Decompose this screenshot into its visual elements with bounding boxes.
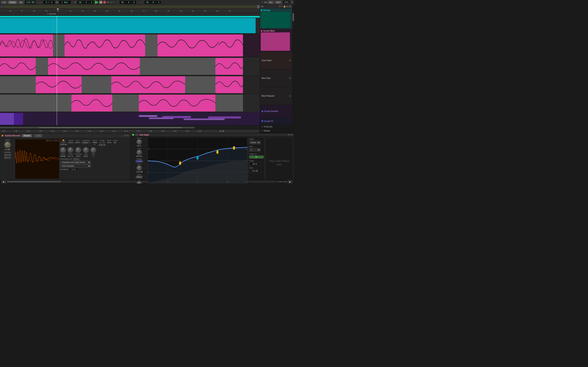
strings-clip[interactable] (0, 18, 256, 33)
nice-gap-1[interactable] (0, 76, 36, 93)
nice-clip-2[interactable] (111, 76, 185, 93)
key-button[interactable]: Key (268, 1, 274, 4)
session-track-reverb[interactable]: A Reverb (260, 125, 292, 129)
good-clip-3[interactable] (215, 58, 243, 75)
tap-button[interactable]: Tap (18, 1, 24, 4)
vintage-btn[interactable]: Subtle (136, 160, 143, 162)
nice-clip-3[interactable] (215, 76, 243, 93)
nice-gap-2[interactable] (82, 76, 111, 93)
vocal-chamber-select[interactable]: Vocal Chamber (60, 164, 91, 167)
reverb-tab-eq[interactable]: EQ (34, 134, 43, 137)
bars-display[interactable]: 18 . 0 . 1 (144, 0, 161, 4)
strings-session-clip[interactable] (261, 12, 290, 28)
session-track-master[interactable]: Master (260, 129, 292, 133)
position2-display[interactable]: 45 . 4 . 4 (119, 0, 136, 4)
feedback-input[interactable] (69, 168, 78, 171)
tracks-container[interactable] (0, 16, 260, 125)
right-scrollbar[interactable] (292, 5, 294, 133)
doubled-mini-5[interactable] (208, 117, 241, 118)
blend-knob[interactable] (60, 147, 66, 153)
session-track-vocals-fx[interactable]: Vocals FX (260, 118, 292, 125)
damping-knob[interactable] (75, 147, 81, 153)
conv-left-btn[interactable]: ◁ (73, 158, 76, 160)
record-button[interactable] (103, 1, 106, 4)
w-button[interactable]: W (289, 5, 292, 8)
edit-icon[interactable]: ✎ (281, 5, 283, 8)
settings-icon[interactable]: ⚙ (279, 5, 281, 8)
zoom-display[interactable]: 15% (283, 0, 290, 4)
vocals-gap-1[interactable] (53, 34, 65, 57)
good-gap-2[interactable] (140, 58, 215, 75)
playhead-marker[interactable] (57, 8, 59, 10)
convolution-preset-select[interactable]: Chambers and Large Rooms (60, 161, 91, 164)
session-track-nice-flow[interactable]: Nice Flow ⊡ (260, 69, 292, 87)
send-knob[interactable] (4, 142, 11, 148)
stop-button[interactable] (99, 1, 102, 4)
scrub-bar[interactable]: ▼ ◁ (0, 5, 260, 8)
relaxed-clip-1[interactable] (71, 95, 112, 111)
loop-end-handle[interactable]: ◁ (257, 5, 260, 8)
vocals-clip-5[interactable] (218, 34, 243, 57)
hw-button[interactable]: H (286, 5, 288, 8)
relaxed-gap-2[interactable] (112, 95, 139, 111)
vocals-main-session-clip[interactable] (261, 33, 290, 50)
delay-btn[interactable]: ⊡ (99, 142, 102, 144)
vocals-clip-3[interactable] (88, 34, 145, 57)
link-button[interactable]: Link (1, 1, 7, 4)
decay2-knob[interactable] (68, 147, 73, 153)
reverb-close-btn[interactable]: ✕ (127, 134, 129, 137)
relaxed-clip-2[interactable] (139, 95, 215, 111)
loop-size-display[interactable]: 1 Bar (59, 0, 71, 4)
bpm-display[interactable]: 129.00 (25, 0, 36, 4)
session-track-vocals-doubled[interactable]: Vocals Doubled (260, 105, 292, 118)
vocals-clip-1[interactable] (0, 34, 53, 57)
eq-cycle-btn[interactable]: ↺ (287, 133, 290, 136)
nice-gap-3[interactable] (185, 76, 215, 93)
conv-right-btn[interactable]: ▷ (76, 158, 79, 160)
edit-select[interactable]: A (249, 148, 260, 151)
scale-input[interactable] (249, 162, 260, 165)
doubled-gap-1[interactable] (14, 113, 23, 125)
good-gap-1[interactable] (36, 58, 48, 75)
ms-button[interactable]: ms (4, 156, 8, 159)
back-icon[interactable]: ⟨⟨ (74, 1, 76, 4)
stereo-knob[interactable] (137, 139, 142, 145)
gain-knob[interactable] (137, 165, 142, 171)
doubled-mini-3[interactable] (162, 116, 191, 118)
output-gain-input[interactable] (249, 169, 260, 172)
relaxed-gap-3[interactable] (215, 95, 243, 111)
transport-play-btn[interactable]: ▶ (2, 180, 6, 183)
doubled-clip-1[interactable] (0, 113, 14, 125)
strip-end-btn[interactable]: ▶ (288, 180, 292, 183)
freq-knob[interactable] (137, 150, 142, 155)
mini-timeline[interactable] (0, 125, 260, 129)
loop-region[interactable]: ◁ (4, 5, 260, 8)
doubled-mini-4[interactable] (184, 118, 225, 120)
play-button[interactable] (95, 0, 99, 4)
eq-close-btn[interactable]: ✕ (290, 133, 292, 136)
midi-button[interactable]: MIDI (275, 1, 282, 4)
session-track-strings[interactable]: Strings (260, 8, 292, 29)
relaxed-gap-1[interactable] (0, 95, 71, 111)
nice-clip-1[interactable] (36, 76, 82, 93)
doubled-mini-1[interactable] (139, 115, 157, 117)
eq-play-btn[interactable] (136, 133, 138, 136)
mini-view-region[interactable] (39, 127, 182, 128)
mode-select[interactable]: Stereo (249, 141, 260, 144)
good-clip-2[interactable] (48, 58, 140, 75)
drop-zone[interactable]: Drop Audio Effects Here (265, 137, 293, 184)
vocals-gap-2[interactable] (145, 34, 157, 57)
rate-knob[interactable] (90, 147, 96, 153)
reverb-tab-reverb[interactable]: Reverb (22, 134, 32, 137)
good-clip-1[interactable] (0, 58, 36, 75)
adapt-q-btn[interactable]: On (249, 156, 264, 158)
lock-icon[interactable]: 🔒 (283, 5, 286, 8)
vocals-clip-2[interactable] (65, 34, 88, 57)
collapse-btn[interactable]: ▼ (0, 5, 3, 8)
menu-icon[interactable]: ☰ (291, 1, 293, 4)
algorithm-value[interactable]: Parallel (82, 142, 89, 144)
session-track-vocals-main[interactable]: Vocals Main (260, 29, 292, 52)
time-sig-display[interactable]: 4 / 4 (43, 0, 55, 4)
reverb-cycle-btn[interactable]: ↺ (124, 134, 126, 137)
delay-btn2[interactable]: ⊟ (103, 142, 105, 144)
